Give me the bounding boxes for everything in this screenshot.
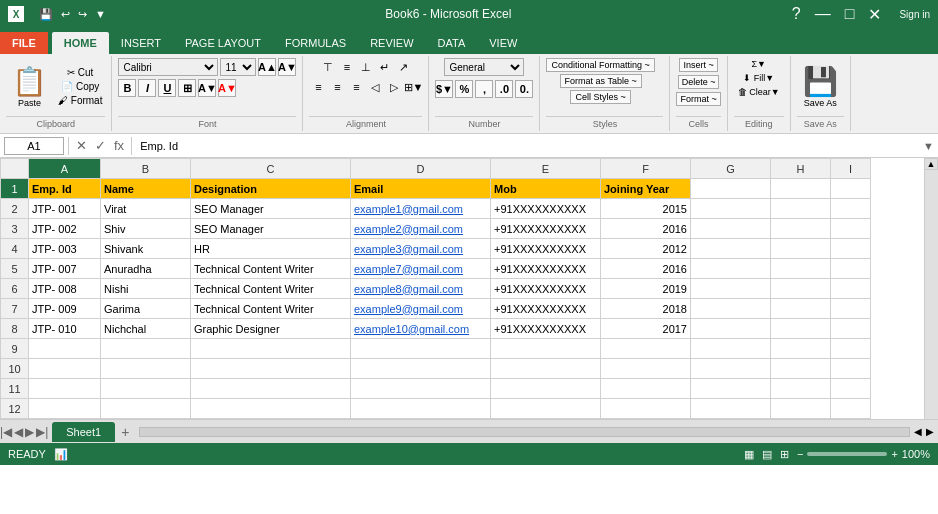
cell-g6[interactable] (691, 279, 771, 299)
cell-h4[interactable] (771, 239, 831, 259)
cancel-formula-btn[interactable]: ✕ (73, 138, 90, 153)
col-header-f[interactable]: F (601, 159, 691, 179)
conditional-formatting-btn[interactable]: Conditional Formatting ~ (546, 58, 654, 72)
col-header-c[interactable]: C (191, 159, 351, 179)
cell-h8[interactable] (771, 319, 831, 339)
cell-d7[interactable]: example9@gmail.com (351, 299, 491, 319)
save-as-button[interactable]: 💾 Save As (797, 63, 844, 110)
tab-review[interactable]: REVIEW (358, 32, 425, 54)
cell-i4[interactable] (831, 239, 871, 259)
percent-btn[interactable]: % (455, 80, 473, 98)
row-number-2[interactable]: 2 (1, 199, 29, 219)
row-number-7[interactable]: 7 (1, 299, 29, 319)
cell-f2[interactable]: 2015 (601, 199, 691, 219)
close-btn[interactable]: ✕ (864, 5, 885, 24)
cell-h2[interactable] (771, 199, 831, 219)
merge-btn[interactable]: ⊞▼ (404, 78, 422, 96)
align-left-btn[interactable]: ≡ (309, 78, 327, 96)
formula-input[interactable] (136, 140, 923, 152)
number-format-select[interactable]: General (444, 58, 524, 76)
font-name-select[interactable]: Calibri (118, 58, 218, 76)
cell-g8[interactable] (691, 319, 771, 339)
cell-c7[interactable]: Technical Content Writer (191, 299, 351, 319)
sheet-nav-prev[interactable]: ◀ (14, 425, 23, 439)
scroll-up-btn[interactable]: ▲ (924, 158, 938, 170)
cell-i7[interactable] (831, 299, 871, 319)
cell-c1[interactable]: Designation (191, 179, 351, 199)
cell-e4[interactable]: +91XXXXXXXXXX (491, 239, 601, 259)
insert-function-btn[interactable]: fx (111, 138, 127, 153)
cell-d5[interactable]: example7@gmail.com (351, 259, 491, 279)
cell-i3[interactable] (831, 219, 871, 239)
sheet-tab-sheet1[interactable]: Sheet1 (52, 422, 115, 442)
font-color-button[interactable]: A▼ (218, 79, 236, 97)
cell-a2[interactable]: JTP- 001 (29, 199, 101, 219)
cell-f3[interactable]: 2016 (601, 219, 691, 239)
cell-b2[interactable]: Virat (101, 199, 191, 219)
font-size-select[interactable]: 11 (220, 58, 256, 76)
row-number-5[interactable]: 5 (1, 259, 29, 279)
col-header-g[interactable]: G (691, 159, 771, 179)
cell-i1[interactable] (831, 179, 871, 199)
cell-d1[interactable]: Email (351, 179, 491, 199)
cell-f6[interactable]: 2019 (601, 279, 691, 299)
fill-color-button[interactable]: A▼ (198, 79, 216, 97)
vertical-scrollbar[interactable]: ▼ (924, 158, 938, 419)
cell-a7[interactable]: JTP- 009 (29, 299, 101, 319)
cell-g4[interactable] (691, 239, 771, 259)
cell-f1[interactable]: Joining Year (601, 179, 691, 199)
cell-h3[interactable] (771, 219, 831, 239)
zoom-in-btn[interactable]: + (891, 448, 897, 460)
save-quick-btn[interactable]: 💾 (36, 6, 56, 23)
scroll-right-btn[interactable]: ▶ (926, 426, 934, 437)
cell-c5[interactable]: Technical Content Writer (191, 259, 351, 279)
cell-d6[interactable]: example8@gmail.com (351, 279, 491, 299)
cut-button[interactable]: ✂ Cut (55, 66, 105, 79)
minimize-btn[interactable]: — (811, 5, 835, 23)
cell-e2[interactable]: +91XXXXXXXXXX (491, 199, 601, 219)
cell-a10[interactable] (29, 359, 101, 379)
indent-decrease-btn[interactable]: ◁ (366, 78, 384, 96)
clear-btn[interactable]: 🗑 Clear▼ (734, 86, 784, 98)
comma-btn[interactable]: , (475, 80, 493, 98)
cell-f7[interactable]: 2018 (601, 299, 691, 319)
row-number-4[interactable]: 4 (1, 239, 29, 259)
cell-c6[interactable]: Technical Content Writer (191, 279, 351, 299)
align-right-btn[interactable]: ≡ (347, 78, 365, 96)
cell-i8[interactable] (831, 319, 871, 339)
sheet-nav-last[interactable]: ▶| (36, 425, 48, 439)
tab-data[interactable]: DATA (426, 32, 478, 54)
view-normal-btn[interactable]: ▦ (744, 448, 754, 461)
cell-a4[interactable]: JTP- 003 (29, 239, 101, 259)
cell-g3[interactable] (691, 219, 771, 239)
cell-c2[interactable]: SEO Manager (191, 199, 351, 219)
cell-h1[interactable] (771, 179, 831, 199)
scroll-left-btn[interactable]: ◀ (914, 426, 922, 437)
wrap-text-btn[interactable]: ↵ (376, 58, 394, 76)
cell-a8[interactable]: JTP- 010 (29, 319, 101, 339)
cell-e1[interactable]: Mob (491, 179, 601, 199)
tab-insert[interactable]: INSERT (109, 32, 173, 54)
delete-cells-btn[interactable]: Delete ~ (678, 75, 720, 89)
cell-b6[interactable]: Nishi (101, 279, 191, 299)
underline-button[interactable]: U (158, 79, 176, 97)
cell-e3[interactable]: +91XXXXXXXXXX (491, 219, 601, 239)
copy-button[interactable]: 📄 Copy (55, 80, 105, 93)
autosum-btn[interactable]: Σ▼ (747, 58, 769, 70)
cell-f5[interactable]: 2016 (601, 259, 691, 279)
tab-formulas[interactable]: FORMULAS (273, 32, 358, 54)
row-number-10[interactable]: 10 (1, 359, 29, 379)
italic-button[interactable]: I (138, 79, 156, 97)
cell-g7[interactable] (691, 299, 771, 319)
cell-f8[interactable]: 2017 (601, 319, 691, 339)
border-button[interactable]: ⊞ (178, 79, 196, 97)
formula-expand-btn[interactable]: ▼ (923, 140, 934, 152)
cell-d4[interactable]: example3@gmail.com (351, 239, 491, 259)
cell-b8[interactable]: Nichchal (101, 319, 191, 339)
paste-button[interactable]: 📋 Paste (6, 63, 53, 110)
insert-cells-btn[interactable]: Insert ~ (679, 58, 717, 72)
currency-btn[interactable]: $▼ (435, 80, 453, 98)
row-number-6[interactable]: 6 (1, 279, 29, 299)
row-number-1[interactable]: 1 (1, 179, 29, 199)
horizontal-scrollbar[interactable] (139, 427, 910, 437)
